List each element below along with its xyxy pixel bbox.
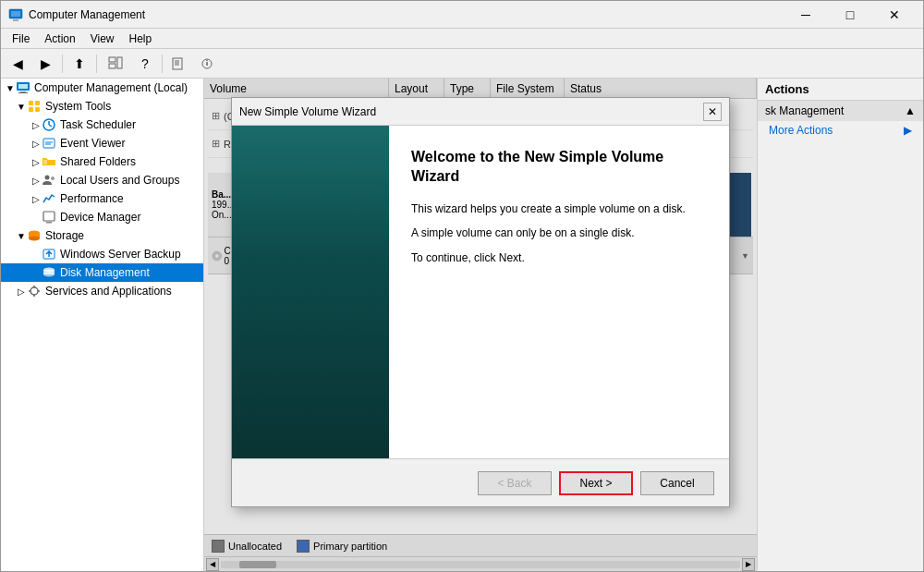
- sidebar-label-backup: Windows Server Backup: [60, 248, 181, 261]
- svg-point-27: [45, 176, 50, 180]
- backup-icon: [42, 247, 56, 262]
- wizard-body: Welcome to the New Simple Volume Wizard …: [232, 126, 729, 458]
- sidebar-item-performance[interactable]: ▷ Performance: [1, 189, 203, 208]
- more-actions-label: More Actions: [769, 124, 833, 137]
- main-layout: ▼ Computer Management (Local) ▼: [1, 79, 923, 571]
- wizard-close-button[interactable]: ✕: [703, 103, 722, 121]
- wizard-sidebar-panel: [232, 126, 389, 458]
- svg-rect-18: [35, 101, 40, 105]
- sidebar-item-system-tools[interactable]: ▼ System Tools: [1, 97, 203, 116]
- wizard-heading: Welcome to the New Simple Volume Wizard: [411, 148, 707, 187]
- action-more-actions[interactable]: More Actions ▶: [758, 121, 923, 140]
- svg-rect-14: [18, 84, 28, 89]
- svg-rect-4: [109, 64, 116, 68]
- actions-title: Actions: [758, 79, 923, 101]
- close-button[interactable]: ✕: [873, 1, 916, 29]
- title-bar: Computer Management ─ □ ✕: [1, 1, 923, 29]
- svg-rect-17: [29, 101, 33, 105]
- actions-panel: Actions sk Management ▲ More Actions ▶: [757, 79, 923, 571]
- sidebar-item-services[interactable]: ▷ Services and Applications: [1, 282, 203, 300]
- sidebar-item-backup[interactable]: ▷ Windows Server Backup: [1, 245, 203, 263]
- wizard-overlay: New Simple Volume Wizard ✕ Welcome to th…: [204, 79, 757, 571]
- expand-arrow-services: ▷: [16, 286, 27, 297]
- sidebar-item-disk-management[interactable]: ▷ Disk Management: [1, 263, 203, 282]
- wizard-title-text: New Simple Volume Wizard: [239, 105, 703, 118]
- sidebar-item-local-users[interactable]: ▷ Local Users and Groups: [1, 171, 203, 189]
- wizard-footer: < Back Next > Cancel: [232, 458, 729, 506]
- sidebar-label-performance: Performance: [60, 192, 124, 205]
- svg-rect-19: [29, 107, 33, 112]
- toolbar-separator-2: [96, 55, 97, 73]
- svg-rect-20: [35, 107, 40, 112]
- sidebar-label-event: Event Viewer: [60, 137, 125, 150]
- sidebar: ▼ Computer Management (Local) ▼: [1, 79, 204, 571]
- storage-icon: [27, 228, 42, 243]
- expand-arrow-event: ▷: [30, 138, 42, 149]
- expand-arrow-performance: ▷: [30, 193, 42, 204]
- svg-point-37: [43, 273, 55, 277]
- expand-arrow-system: ▼: [16, 101, 27, 112]
- sidebar-item-storage[interactable]: ▼ Storage: [1, 226, 203, 245]
- svg-rect-3: [109, 57, 116, 62]
- properties-button[interactable]: [194, 52, 220, 76]
- back-button[interactable]: < Back: [478, 471, 552, 495]
- device-icon: [42, 210, 56, 225]
- sidebar-item-device-manager[interactable]: ▷ Device Manager: [1, 208, 203, 226]
- sidebar-item-computer-management[interactable]: ▼ Computer Management (Local): [1, 79, 203, 97]
- svg-point-28: [51, 176, 55, 180]
- minimize-button[interactable]: ─: [784, 1, 827, 29]
- sidebar-label-storage: Storage: [45, 229, 84, 242]
- next-button[interactable]: Next >: [559, 471, 633, 495]
- svg-rect-1: [11, 11, 20, 17]
- sidebar-item-shared-folders[interactable]: ▷ Shared Folders: [1, 152, 203, 171]
- show-hide-button[interactable]: [101, 52, 130, 76]
- menu-file[interactable]: File: [5, 30, 37, 47]
- menu-bar: File Action View Help: [1, 29, 923, 49]
- services-icon: [27, 284, 42, 298]
- sidebar-label-users: Local Users and Groups: [60, 174, 179, 187]
- title-bar-text: Computer Management: [29, 8, 784, 21]
- sidebar-label-computer: Computer Management (Local): [34, 81, 188, 94]
- help-button[interactable]: ?: [132, 52, 158, 76]
- wizard-paragraph-2: A simple volume can only be on a single …: [411, 225, 707, 241]
- svg-rect-5: [117, 57, 122, 68]
- actions-section-arrow: ▲: [905, 104, 916, 117]
- sidebar-item-event-viewer[interactable]: ▷ Event Viewer: [1, 134, 203, 152]
- forward-button[interactable]: ▶: [32, 52, 58, 76]
- back-button[interactable]: ◀: [5, 52, 30, 76]
- expand-arrow-storage: ▼: [16, 230, 27, 241]
- svg-point-33: [29, 237, 40, 241]
- window-controls: ─ □ ✕: [784, 1, 916, 29]
- menu-view[interactable]: View: [83, 30, 122, 47]
- users-icon: [42, 173, 56, 188]
- sidebar-label-task: Task Scheduler: [60, 118, 136, 131]
- sidebar-label-services: Services and Applications: [45, 285, 172, 298]
- wizard-content: Welcome to the New Simple Volume Wizard …: [389, 126, 729, 458]
- actions-section-label: sk Management: [765, 104, 844, 117]
- svg-rect-6: [173, 58, 182, 69]
- svg-point-12: [206, 59, 208, 61]
- actions-section-disk-mgmt[interactable]: sk Management ▲: [758, 101, 923, 121]
- toolbar-separator-3: [162, 55, 163, 73]
- toolbar-separator-1: [62, 55, 63, 73]
- menu-action[interactable]: Action: [37, 30, 82, 47]
- svg-rect-29: [43, 212, 55, 221]
- computer-icon: [16, 80, 30, 95]
- up-button[interactable]: ⬆: [67, 52, 92, 76]
- sidebar-item-task-scheduler[interactable]: ▷ Task Scheduler: [1, 116, 203, 134]
- expand-arrow-shared: ▷: [30, 156, 42, 167]
- event-icon: [42, 136, 56, 151]
- sidebar-label-device: Device Manager: [60, 211, 140, 224]
- menu-help[interactable]: Help: [122, 30, 160, 47]
- maximize-button[interactable]: □: [829, 1, 871, 29]
- cancel-button[interactable]: Cancel: [640, 471, 714, 495]
- expand-arrow-task: ▷: [30, 119, 42, 130]
- toolbar: ◀ ▶ ⬆ ?: [1, 49, 923, 79]
- svg-rect-16: [18, 92, 28, 93]
- app-window: Computer Management ─ □ ✕ File Action Vi…: [0, 0, 924, 572]
- wizard-dialog: New Simple Volume Wizard ✕ Welcome to th…: [231, 97, 730, 507]
- export-button[interactable]: [166, 52, 192, 76]
- performance-icon: [42, 191, 56, 206]
- svg-point-38: [30, 287, 38, 295]
- wizard-paragraph-3: To continue, click Next.: [411, 250, 707, 266]
